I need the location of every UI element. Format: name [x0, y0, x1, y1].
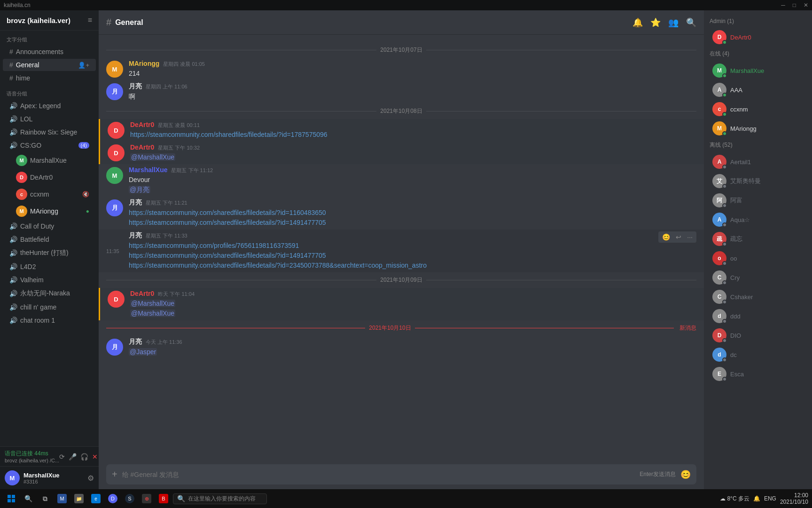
member-cshaker[interactable]: C Cshaker	[707, 287, 809, 306]
close-btn[interactable]: ✕	[804, 2, 808, 8]
taskbar-app7[interactable]: B	[156, 491, 171, 506]
member-dc[interactable]: d dc	[707, 345, 809, 364]
cshaker-avatar: C	[712, 290, 726, 304]
member-aertail1[interactable]: A Aertail1	[707, 152, 809, 171]
sidebar-item-ccxnm-voice[interactable]: c ccxnm 🔇	[3, 186, 96, 202]
message-group-yuanliang3: 11:35 月 月亮 星期五 下午 11:33 https://steamcom…	[99, 230, 704, 272]
marshallxue-msg-time: 星期五 下午 11:12	[171, 167, 213, 174]
taskbar-app6[interactable]: ⊕	[139, 491, 154, 506]
member-oo[interactable]: o oo	[707, 249, 809, 268]
voice-disconnect-btn[interactable]: ✕	[92, 453, 98, 460]
sidebar-item-apex[interactable]: 🔊 Apex: Legend	[3, 100, 96, 112]
taskbar-app3[interactable]: e	[88, 491, 103, 506]
marshallxue-msg-author: MarshallXue	[129, 166, 167, 174]
msg-timestamp: 11:35	[106, 248, 119, 254]
add-user-icon[interactable]: 👤+	[78, 62, 89, 69]
member-shuwang[interactable]: 疏 疏忘	[707, 230, 809, 248]
member-deartr0-admin[interactable]: D DeArtr0	[707, 28, 809, 47]
deartr0-3-author: DeArtr0	[130, 290, 154, 297]
marlongg-author: MAriongg	[129, 60, 159, 67]
start-btn[interactable]	[4, 491, 19, 506]
star-btn[interactable]: ⭐	[650, 17, 661, 28]
message-group-yuanliang1: 月 月亮 星期四 上午 11:06 啊	[99, 80, 704, 103]
sidebar-item-lol[interactable]: 🔊 LOL	[3, 113, 96, 125]
members-btn[interactable]: 👥	[668, 17, 679, 28]
chat-input-area: + Enter发送消息 😊	[99, 460, 704, 489]
member-afu[interactable]: 阿 阿富	[707, 191, 809, 210]
ddd-name: ddd	[730, 313, 741, 320]
yuanliang2-text: https://steamcommunity.com/sharedfiles/f…	[129, 208, 696, 228]
sidebar-item-general[interactable]: # General 👤+	[3, 59, 96, 71]
sidebar-item-csgo[interactable]: 🔊 CS:GO (4)	[3, 139, 96, 151]
member-cry[interactable]: C Cry	[707, 268, 809, 287]
user-bar: M MarshallXue #3316 ⚙	[0, 466, 99, 489]
sidebar-item-deartr0-voice[interactable]: D DeArtr0	[3, 169, 96, 185]
taskbar-app2[interactable]: 📁	[71, 491, 86, 506]
taskbar-search-box[interactable]: 🔍 在这里输入你要搜索的内容	[173, 493, 267, 504]
voice-mic-btn[interactable]: 🎤	[69, 453, 77, 460]
react-btn[interactable]: 😊	[660, 232, 672, 242]
member-aaa-online[interactable]: A AAA	[707, 80, 809, 99]
notification-btn[interactable]: 🔔	[632, 17, 643, 28]
message-group-yuanliang4: 月 月亮 今天 上午 11:36 @Jasper	[99, 336, 704, 359]
member-aqua[interactable]: A Aqua☆	[707, 210, 809, 229]
taskbar-time: 12:00 2021/10/10	[780, 492, 808, 505]
member-aiste[interactable]: 艾 艾斯奥特曼	[707, 172, 809, 190]
member-dio[interactable]: D DIO	[707, 326, 809, 345]
yuanliang3-link2[interactable]: https://steamcommunity.com/sharedfiles/f…	[129, 252, 326, 259]
aertail1-status	[722, 165, 727, 169]
sidebar-item-rainbow[interactable]: 🔊 Rainbow Six: Siege	[3, 126, 96, 138]
aiste-avatar: 艾	[712, 174, 726, 188]
sidebar-item-chatroom1[interactable]: 🔊 chat room 1	[3, 314, 96, 326]
l4d2-label: L4D2	[20, 263, 36, 270]
deartr0-link1[interactable]: https://steamcommunity.com/sharedfiles/f…	[130, 131, 328, 138]
yuanliang2-link2[interactable]: https://steamcommunity.com/sharedfiles/f…	[129, 219, 326, 226]
search-btn[interactable]: 🔍	[686, 17, 696, 28]
dio-name: DIO	[730, 332, 741, 339]
yuanliang1-author: 月亮	[129, 82, 142, 91]
taskbar-notifications[interactable]: 🔔	[753, 495, 760, 502]
member-esca[interactable]: E Esca	[707, 365, 809, 383]
yuanliang2-link1[interactable]: https://steamcommunity.com/sharedfiles/f…	[129, 209, 326, 216]
sidebar-item-naraka[interactable]: 🔊 永劫无间-Naraka	[3, 287, 96, 300]
chat-input-field[interactable]	[122, 471, 635, 478]
speaker-icon-valheim: 🔊	[9, 276, 17, 284]
minimize-btn[interactable]: ─	[781, 2, 785, 8]
member-ddd[interactable]: d ddd	[707, 307, 809, 325]
maximize-btn[interactable]: □	[793, 2, 796, 8]
taskbar-app4-discord[interactable]: D	[105, 491, 120, 506]
oo-avatar: o	[712, 251, 726, 265]
taskbar-language[interactable]: ENG	[764, 495, 776, 502]
taskbar-app1[interactable]: M	[55, 491, 70, 506]
sidebar-item-l4d2[interactable]: 🔊 L4D2	[3, 261, 96, 273]
voice-refresh-btn[interactable]: ⟳	[59, 453, 65, 460]
search-taskbar-btn[interactable]: 🔍	[21, 491, 36, 506]
yuanliang3-link1[interactable]: https://steamcommunity.com/profiles/7656…	[129, 242, 299, 249]
more-btn[interactable]: ···	[685, 232, 695, 242]
chat-input-add-btn[interactable]: +	[112, 469, 117, 480]
sidebar-item-announcements[interactable]: # Announcements	[3, 46, 96, 58]
sidebar-item-thehunter[interactable]: 🔊 theHunter (打猎)	[3, 246, 96, 260]
ddd-status	[722, 319, 727, 324]
sidebar-item-chill[interactable]: 🔊 chill n' game	[3, 301, 96, 313]
voice-headset-btn[interactable]: 🎧	[80, 453, 88, 460]
sidebar-item-marshallxue-voice[interactable]: M MarshallXue	[3, 152, 96, 168]
yuanliang3-link3[interactable]: https://steamcommunity.com/sharedfiles/f…	[129, 262, 427, 269]
taskbar-app5-steam[interactable]: S	[122, 491, 137, 506]
member-marlongg-online[interactable]: M MAriongg	[707, 119, 809, 138]
member-marshallxue-online[interactable]: M MarshallXue	[707, 61, 809, 80]
user-settings-btn[interactable]: ⚙	[87, 474, 94, 483]
member-ccxnm-online[interactable]: c ccxnm	[707, 100, 809, 119]
general-label: General	[16, 61, 39, 69]
chat-input-emoji-btn[interactable]: 😊	[680, 469, 691, 480]
reply-btn[interactable]: ↩	[674, 232, 683, 242]
server-name[interactable]: brovz (kaiheila.ver)	[7, 16, 70, 24]
sidebar-item-battlefield[interactable]: 🔊 Battlefield	[3, 233, 96, 246]
sidebar-item-valheim[interactable]: 🔊 Valheim	[3, 274, 96, 286]
task-view-btn[interactable]: ⧉	[38, 491, 53, 506]
sidebar-item-hime[interactable]: # hime	[3, 72, 96, 84]
sidebar-item-marlongg-voice[interactable]: M MAriongg ●	[3, 203, 96, 219]
sidebar-item-callofduty[interactable]: 🔊 Call of Duty	[3, 220, 96, 232]
sidebar-menu-icon[interactable]: ≡	[88, 16, 92, 24]
online-section-title: 在线 (4)	[704, 47, 812, 61]
